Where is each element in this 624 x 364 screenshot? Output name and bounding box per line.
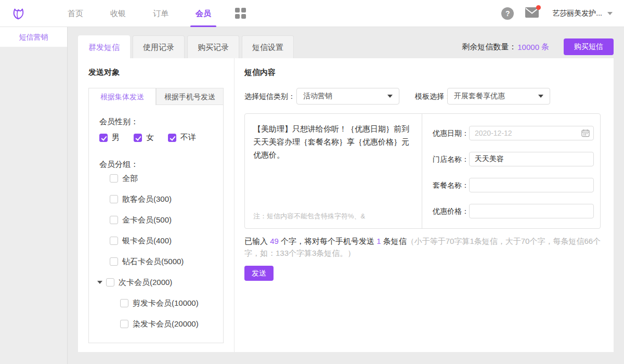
checkbox-group-all[interactable] <box>110 174 118 183</box>
top-navbar: 首页 收银 订单 会员 ? 艺莎丽美发护... <box>0 0 624 27</box>
group-row-all[interactable]: 全部 <box>89 174 224 183</box>
checkbox-group-walkin[interactable] <box>110 195 118 203</box>
template-fields: 优惠日期： 门店名称： <box>422 114 601 228</box>
nav-item-members[interactable]: 会员 <box>182 0 225 27</box>
checkbox-group-diamond[interactable] <box>110 257 118 266</box>
tab-send-by-phone[interactable]: 根据手机号发送 <box>156 88 224 105</box>
template-label: 模板选择： <box>415 88 451 105</box>
balance-unit: 条 <box>541 42 549 52</box>
field-discount-price: 优惠价格： <box>422 204 601 218</box>
tab-purchase-records[interactable]: 购买记录 <box>187 35 239 58</box>
group-row-walkin[interactable]: 散客会员(300) <box>89 194 224 204</box>
main-nav: 首页 收银 订单 会员 <box>54 0 225 27</box>
account-menu[interactable]: 艺莎丽美发护... <box>552 9 613 18</box>
balance-count: 10000 <box>517 43 539 51</box>
sms-category-label: 选择短信类别： <box>244 88 295 105</box>
tab-send-by-group[interactable]: 根据集体发送 <box>88 88 156 105</box>
group-row-haircut-card[interactable]: 剪发卡会员(10000) <box>89 298 224 308</box>
sidebar: 短信营销 <box>0 27 68 364</box>
send-button[interactable]: 发送 <box>244 266 274 281</box>
send-target-tabs: 根据集体发送 根据手机号发送 <box>88 88 224 105</box>
brand-logo-icon[interactable] <box>9 5 27 22</box>
tab-usage-records[interactable]: 使用记录 <box>133 35 185 58</box>
tab-bulk-sms[interactable]: 群发短信 <box>78 35 130 58</box>
checkbox-group-haircolor-card[interactable] <box>120 320 128 328</box>
discount-date-input[interactable] <box>469 126 594 140</box>
active-nav-underline <box>190 25 216 27</box>
group-row-punchcard[interactable]: 次卡会员(2000) <box>89 278 224 287</box>
select-caret-icon <box>387 95 393 98</box>
account-name: 艺莎丽美发护... <box>552 9 602 18</box>
gender-option-female[interactable]: 女 <box>134 133 168 142</box>
nav-item-orders[interactable]: 订单 <box>139 0 182 27</box>
store-name-input[interactable] <box>469 152 594 166</box>
balance-label: 剩余短信数量： <box>462 42 516 52</box>
group-row-silver[interactable]: 银卡会员(400) <box>89 236 224 245</box>
nav-item-cashier[interactable]: 收银 <box>97 0 139 27</box>
checkbox-female[interactable] <box>134 134 142 142</box>
char-count: 49 <box>270 237 279 245</box>
apps-grid-icon[interactable] <box>235 8 246 19</box>
checkbox-group-haircut-card[interactable] <box>120 299 128 307</box>
char-count-line: 已输入 49 个字，将对每个手机号发送 1 条短信（小于等于70字算1条短信，大… <box>244 235 604 259</box>
group-label: 会员分组： <box>99 160 138 170</box>
field-package-name: 套餐名称： <box>422 178 601 192</box>
gender-label: 会员性别： <box>99 117 138 127</box>
section-divider <box>234 58 235 352</box>
field-store-name: 门店名称： <box>422 152 601 166</box>
sms-content-title: 短信内容 <box>244 68 276 77</box>
discount-price-input[interactable] <box>469 204 594 218</box>
send-target-title: 发送对象 <box>88 68 120 77</box>
nav-item-home[interactable]: 首页 <box>54 0 97 27</box>
package-name-input[interactable] <box>469 178 594 192</box>
sms-balance: 剩余短信数量： 10000 条 购买短信 <box>462 35 614 58</box>
group-row-gold[interactable]: 金卡会员(500) <box>89 215 224 225</box>
mail-icon[interactable] <box>525 7 539 20</box>
group-row-haircolor-card[interactable]: 染发卡会员(20000) <box>89 319 224 329</box>
page-tabs: 群发短信 使用记录 购买记录 短信设置 <box>78 35 294 58</box>
checkbox-group-punchcard[interactable] <box>106 278 114 287</box>
checkbox-male[interactable] <box>99 134 108 142</box>
buy-sms-button[interactable]: 购买短信 <box>564 38 614 55</box>
account-caret-icon <box>607 12 613 15</box>
sms-preview-note: 注：短信内容不能包含特殊字符%、& <box>253 212 365 221</box>
message-count: 1 <box>376 237 381 245</box>
sms-category-select[interactable]: 活动营销 <box>296 88 399 105</box>
help-icon[interactable]: ? <box>501 7 514 20</box>
checkbox-unknown[interactable] <box>168 134 176 142</box>
gender-option-unknown[interactable]: 不详 <box>168 133 202 142</box>
tab-sms-settings[interactable]: 短信设置 <box>242 35 294 58</box>
main-card: 发送对象 根据集体发送 根据手机号发送 会员性别： 男 女 不详 <box>78 58 614 352</box>
select-caret-icon <box>538 95 543 98</box>
expand-arrow-icon[interactable] <box>97 281 102 284</box>
navbar-right: ? 艺莎丽美发护... <box>501 7 613 20</box>
sidebar-item-sms-marketing[interactable]: 短信营销 <box>0 27 67 47</box>
checkbox-group-silver[interactable] <box>110 237 118 245</box>
sms-preview-panel: 【美助理】只想讲给你听！｛优惠日期｝前到天天美容办理｛套餐名称｝享｛优惠价格｝元… <box>244 113 601 229</box>
sms-preview-text: 【美助理】只想讲给你听！｛优惠日期｝前到天天美容办理｛套餐名称｝享｛优惠价格｝元… <box>253 122 412 161</box>
app-root: 首页 收银 订单 会员 ? 艺莎丽美发护... 短信营销 <box>0 0 624 364</box>
gender-options: 男 女 不详 <box>99 133 202 142</box>
template-select[interactable]: 开展套餐享优惠 <box>447 88 550 105</box>
calendar-icon[interactable] <box>581 129 590 137</box>
member-filter-box: 会员性别： 男 女 不详 会员分组： 全部 <box>88 105 224 343</box>
group-row-diamond[interactable]: 钻石卡会员(5000) <box>89 257 224 266</box>
field-discount-date: 优惠日期： <box>422 126 601 140</box>
gender-option-male[interactable]: 男 <box>99 133 134 142</box>
notification-dot <box>536 5 541 10</box>
checkbox-group-gold[interactable] <box>110 216 118 224</box>
